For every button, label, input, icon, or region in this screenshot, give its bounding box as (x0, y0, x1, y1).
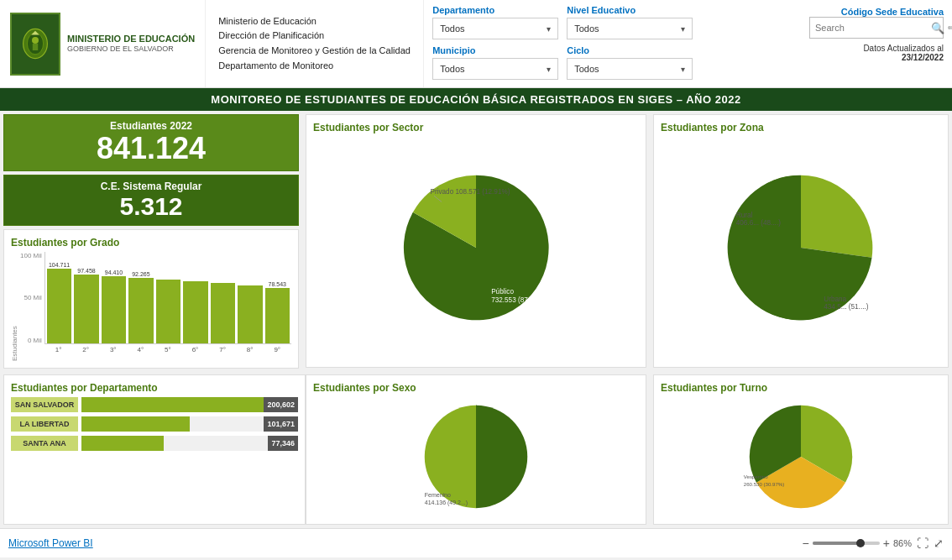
bar-rect-6° (183, 281, 207, 343)
kpi-ce: C.E. Sistema Regular 5.312 (3, 175, 299, 226)
bar-chart-card: Estudiantes por Grado Estudiantes 100 Mi… (3, 229, 299, 369)
sexo-pie-container: Femenino 414.136 (49.2...) (313, 397, 639, 516)
bar-value-1°: 104.711 (49, 262, 70, 268)
bar-value-4°: 92.265 (132, 271, 149, 277)
update-date: Datos Actualizados al 23/12/2022 (863, 44, 944, 62)
sexo-pie-card: Estudiantes por Sexo Femenino 414.136 (4… (306, 374, 646, 525)
search-icon: 🔍 (931, 22, 944, 34)
bar-group-3°: 94.410 (102, 270, 126, 343)
dept-bar-wrap-2: 77,346 (81, 436, 298, 451)
turno-pie-container: Vespertino 260.530 (30.97%) (661, 397, 941, 516)
sexo-pie-title: Estudiantes por Sexo (313, 382, 639, 394)
fullscreen-icon[interactable]: ⛶ (917, 536, 928, 550)
bar-rect-8° (238, 285, 262, 343)
chevron-down-icon: ▾ (547, 24, 551, 34)
svg-rect-3 (33, 44, 38, 50)
femenino-label: Femenino (425, 492, 451, 498)
zona-pie-svg: Rural 406.6... (48....) Urbana 434.5... … (717, 164, 885, 332)
search-area: Código Sede Educativa 🔍 ✏ Datos Actualiz… (797, 0, 952, 87)
dept-chart-title: Estudiantes por Departamento (11, 382, 298, 394)
vespertino-value: 260.530 (30.97%) (744, 481, 785, 487)
logo-sub: GOBIERNO DE EL SALVADOR (67, 44, 195, 55)
zoom-plus-button[interactable]: + (883, 536, 890, 550)
departamento-filter: Departamento Todos ▾ Municipio Todos ▾ (432, 5, 558, 80)
zoom-slider-thumb[interactable] (856, 539, 865, 547)
zoom-slider[interactable] (813, 542, 880, 545)
ministry-line2: Dirección de Planificación (218, 29, 411, 44)
bar-label-9°: 9° (264, 346, 290, 353)
top-panels: Estudiantes 2022 841.124 C.E. Sistema Re… (0, 111, 952, 371)
footer-right: − + 86% ⛶ ⤢ (803, 536, 944, 550)
search-input[interactable] (815, 23, 931, 33)
turno-pie-svg: Vespertino 260.530 (30.97%) (734, 398, 868, 516)
kpi-estudiantes: Estudiantes 2022 841.124 (3, 114, 299, 171)
logo-emblem (10, 13, 60, 76)
sector-pie-svg: Privado 108.571 (12.91%) Público 732.553… (392, 164, 560, 332)
kpi-ce-value: 5.312 (13, 192, 290, 220)
sexo-panel: Estudiantes por Sexo Femenino 414.136 (4… (302, 371, 650, 528)
municipio-select[interactable]: Todos ▾ (432, 58, 558, 80)
zoom-slider-fill (813, 542, 860, 545)
bar-label-8°: 8° (238, 346, 263, 353)
nivel-label: Nivel Educativo (567, 5, 693, 15)
search-box[interactable]: 🔍 ✏ (809, 17, 944, 39)
dept-row-2: SANTA ANA77,346 (11, 436, 298, 451)
power-bi-link[interactable]: Microsoft Power BI (8, 537, 93, 549)
zoom-controls: − + 86% (803, 536, 912, 550)
dept-bar-value-1: 101,671 (264, 416, 298, 432)
dept-chart-card: Estudiantes por Departamento SAN SALVADO… (3, 374, 306, 525)
dept-bar-wrap-0: 200,602 (81, 397, 298, 412)
sector-pie-card: Estudiantes por Sector Privado 108.571 (… (306, 114, 646, 368)
urbana-label: Urbana (824, 296, 846, 303)
footer: Microsoft Power BI − + 86% ⛶ ⤢ (0, 528, 952, 557)
departamento-select[interactable]: Todos ▾ (432, 18, 558, 39)
sede-label: Código Sede Educativa (841, 7, 944, 17)
urbana-value: 434.5... (51....) (824, 303, 868, 311)
bar-value-9°: 78.543 (269, 281, 286, 287)
dept-bar-fill-1 (81, 416, 190, 432)
zona-pie-card: Estudiantes por Zona Rural (653, 114, 949, 368)
svg-point-2 (32, 37, 39, 44)
mid-top-panel: Estudiantes por Sector Privado 108.571 (… (302, 111, 650, 371)
ministry-line3: Gerencia de Monitoreo y Gestión de la Ca… (218, 44, 411, 59)
bar-rect-7° (211, 283, 235, 343)
bar-group-6° (183, 280, 207, 343)
dept-bar-fill-2 (81, 436, 164, 451)
zoom-minus-button[interactable]: − (803, 536, 809, 550)
bar-label-1°: 1° (46, 346, 71, 353)
ministry-line1: Ministerio de Educación (218, 14, 411, 29)
publico-value: 732.553 (87.09%) (491, 296, 546, 304)
nivel-select[interactable]: Todos ▾ (567, 18, 693, 39)
dept-name-1: LA LIBERTAD (11, 416, 78, 432)
sector-pie-title: Estudiantes por Sector (313, 122, 639, 133)
logo-title: MINISTERIO DE EDUCACIÓN (67, 34, 195, 44)
bar-group-1°: 104.711 (47, 262, 71, 343)
filters-area: Departamento Todos ▾ Municipio Todos ▾ N… (424, 0, 797, 87)
dept-name-2: SANTA ANA (11, 436, 78, 451)
left-panel: Estudiantes 2022 841.124 C.E. Sistema Re… (0, 111, 302, 371)
ministry-info: Ministerio de Educación Dirección de Pla… (206, 0, 424, 87)
bar-label-6°: 6° (183, 346, 208, 353)
bar-group-7° (211, 282, 235, 343)
header: MINISTERIO DE EDUCACIÓN GOBIERNO DE EL S… (0, 0, 952, 88)
title-bar: MONITOREO DE ESTUDIANTES DE EDUCACIÓN BÁ… (0, 88, 952, 111)
zona-pie-title: Estudiantes por Zona (661, 122, 941, 133)
dept-bar-value-0: 200,602 (264, 397, 298, 412)
expand-icon[interactable]: ⤢ (934, 536, 944, 550)
bar-group-4°: 92.265 (128, 271, 153, 343)
bottom-panels: Estudiantes por Departamento SAN SALVADO… (0, 371, 952, 528)
privado-label: Privado 108.571 (12.91%) (430, 188, 510, 196)
kpi-estudiantes-value: 841.124 (13, 132, 290, 165)
dept-bar-wrap-1: 101,671 (81, 416, 298, 432)
bar-group-8° (238, 285, 262, 343)
bar-label-4°: 4° (128, 346, 154, 353)
ciclo-select[interactable]: Todos ▾ (567, 58, 693, 80)
vespertino-label: Vespertino (744, 474, 768, 479)
chevron-down-icon: ▾ (681, 65, 685, 74)
sector-pie-container: Privado 108.571 (12.91%) Público 732.553… (313, 137, 639, 359)
bar-chart-title: Estudiantes por Grado (11, 237, 291, 249)
bar-rect-2° (74, 275, 98, 343)
departamento-label: Departamento (432, 5, 558, 15)
dept-bar-value-2: 77,346 (268, 436, 298, 451)
turno-panel: Estudiantes por Turno Vespertino 260.530… (650, 371, 952, 528)
